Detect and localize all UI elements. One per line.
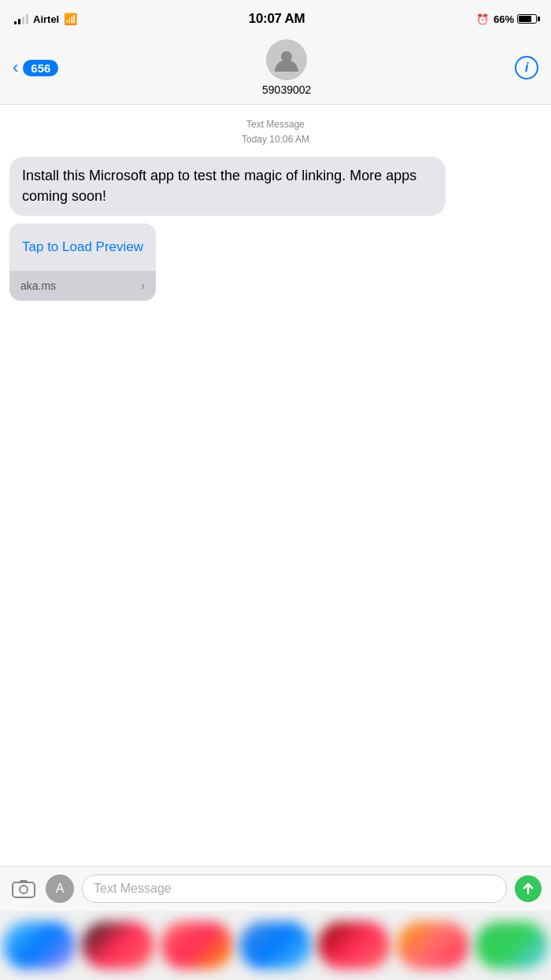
input-bar: A Text Message: [0, 866, 551, 911]
appstore-icon: A: [56, 882, 65, 896]
avatar-silhouette-icon: [273, 46, 300, 73]
emoji-blob-7: [475, 922, 548, 969]
battery-icon: [517, 14, 537, 24]
message-text: Install this Microsoft app to test the m…: [9, 157, 446, 215]
camera-icon: [12, 878, 35, 899]
link-chevron-icon: ›: [141, 279, 145, 293]
svg-rect-1: [13, 882, 35, 897]
signal-bars-icon: [14, 13, 28, 24]
message-date-label: Today 10:06 AM: [9, 132, 542, 147]
conversation-header: ‹ 656 59039002 i: [0, 35, 551, 105]
back-button[interactable]: ‹ 656: [13, 59, 58, 76]
link-preview-bottom[interactable]: aka.ms ›: [9, 271, 156, 301]
status-time: 10:07 AM: [249, 11, 305, 27]
info-icon: i: [525, 60, 529, 76]
emoji-blob-1: [3, 922, 76, 969]
link-preview-bubble: Tap to Load Preview aka.ms ›: [9, 222, 542, 301]
emoji-blob-3: [161, 922, 233, 969]
wifi-icon: 📶: [64, 13, 77, 25]
avatar: [266, 39, 307, 80]
contact-number: 59039002: [262, 83, 311, 96]
emoji-sticker-row[interactable]: [0, 911, 551, 980]
send-button[interactable]: [515, 875, 542, 902]
text-input-placeholder: Text Message: [94, 882, 172, 896]
tap-to-load-button[interactable]: Tap to Load Preview: [22, 239, 143, 254]
link-preview-card[interactable]: Tap to Load Preview aka.ms ›: [9, 224, 156, 301]
battery-percent: 66%: [494, 13, 514, 25]
back-chevron-icon: ‹: [13, 59, 18, 76]
text-input-field[interactable]: Text Message: [82, 875, 507, 903]
svg-rect-3: [20, 880, 28, 883]
link-preview-top: Tap to Load Preview: [9, 224, 156, 271]
emoji-blob-5: [318, 922, 390, 969]
carrier-label: Airtel: [33, 13, 59, 25]
send-arrow-icon: [521, 882, 535, 896]
alarm-icon: ⏰: [476, 13, 489, 25]
status-bar: Airtel 📶 10:07 AM ⏰ 66%: [0, 0, 551, 35]
contact-info-center: 59039002: [262, 39, 311, 96]
message-type-label: Text Message: [9, 117, 542, 132]
emoji-blob-4: [239, 922, 312, 969]
incoming-message-bubble: Install this Microsoft app to test the m…: [9, 157, 542, 215]
message-timestamp: Text Message Today 10:06 AM: [9, 117, 542, 147]
emoji-blob-6: [397, 922, 469, 969]
battery-container: 66%: [494, 13, 537, 25]
appstore-button[interactable]: A: [46, 875, 74, 903]
svg-point-2: [20, 886, 28, 893]
link-domain-label: aka.ms: [20, 279, 56, 292]
info-button[interactable]: i: [515, 56, 538, 80]
status-right: ⏰ 66%: [476, 13, 537, 25]
status-left: Airtel 📶: [14, 13, 77, 25]
message-area: Text Message Today 10:06 AM Install this…: [0, 105, 551, 797]
emoji-blob-2: [82, 922, 154, 969]
camera-button[interactable]: [9, 875, 38, 903]
back-count-badge: 656: [23, 60, 58, 76]
